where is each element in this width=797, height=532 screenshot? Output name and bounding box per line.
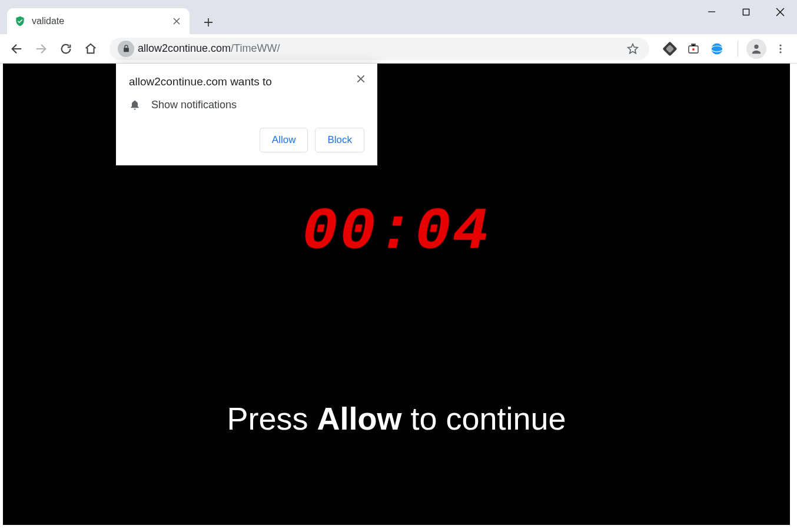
svg-point-4 bbox=[692, 48, 695, 51]
lock-icon[interactable] bbox=[118, 41, 134, 57]
window-titlebar bbox=[0, 0, 797, 6]
profile-avatar-icon[interactable] bbox=[746, 39, 766, 59]
close-tab-icon[interactable] bbox=[171, 15, 182, 27]
extension-icons bbox=[657, 41, 729, 56]
forward-button[interactable] bbox=[31, 38, 52, 59]
back-button[interactable] bbox=[6, 38, 27, 59]
kebab-menu-icon[interactable] bbox=[770, 38, 791, 59]
permission-item-text: Show notifications bbox=[151, 99, 237, 111]
window-controls bbox=[695, 0, 797, 28]
reload-button[interactable] bbox=[55, 38, 77, 59]
permission-popup: allow2continue.com wants to Show notific… bbox=[116, 64, 377, 165]
maximize-button[interactable] bbox=[729, 0, 763, 24]
url-domain: allow2continue.com bbox=[138, 42, 231, 54]
permission-item: Show notifications bbox=[129, 99, 364, 111]
url-path: /TimeWW/ bbox=[231, 42, 280, 54]
tab-title: validate bbox=[32, 16, 171, 26]
toolbar-divider bbox=[738, 41, 738, 57]
bell-icon bbox=[129, 99, 141, 111]
permission-title: allow2continue.com wants to bbox=[129, 75, 364, 88]
svg-point-10 bbox=[779, 51, 781, 53]
bookmark-star-icon[interactable] bbox=[625, 41, 641, 57]
countdown-timer: 00:04 bbox=[302, 199, 490, 265]
browser-toolbar: allow2continue.com/TimeWW/ bbox=[0, 34, 797, 64]
msg-post: to continue bbox=[401, 401, 566, 436]
press-allow-message: Press Allow to continue bbox=[3, 400, 790, 437]
allow-button[interactable]: Allow bbox=[260, 128, 308, 152]
svg-point-9 bbox=[779, 48, 781, 49]
close-icon[interactable] bbox=[354, 72, 368, 86]
home-button[interactable] bbox=[80, 38, 101, 59]
extension-icon-2[interactable] bbox=[686, 41, 701, 56]
url-text: allow2continue.com/TimeWW/ bbox=[138, 42, 280, 55]
new-tab-button[interactable] bbox=[197, 11, 220, 34]
tab-strip: validate bbox=[0, 6, 797, 34]
block-button[interactable]: Block bbox=[315, 128, 364, 152]
extension-icon-1[interactable] bbox=[662, 41, 678, 56]
address-bar[interactable]: allow2continue.com/TimeWW/ bbox=[109, 38, 649, 60]
svg-point-8 bbox=[779, 44, 781, 46]
minimize-button[interactable] bbox=[695, 0, 729, 24]
close-window-button[interactable] bbox=[763, 0, 797, 24]
browser-tab[interactable]: validate bbox=[7, 8, 190, 34]
svg-rect-0 bbox=[743, 9, 749, 15]
extension-icon-3[interactable] bbox=[709, 41, 725, 56]
msg-bold: Allow bbox=[317, 401, 401, 436]
msg-pre: Press bbox=[227, 401, 317, 436]
shield-check-icon bbox=[14, 15, 26, 27]
svg-point-7 bbox=[754, 44, 758, 48]
permission-actions: Allow Block bbox=[129, 128, 364, 152]
